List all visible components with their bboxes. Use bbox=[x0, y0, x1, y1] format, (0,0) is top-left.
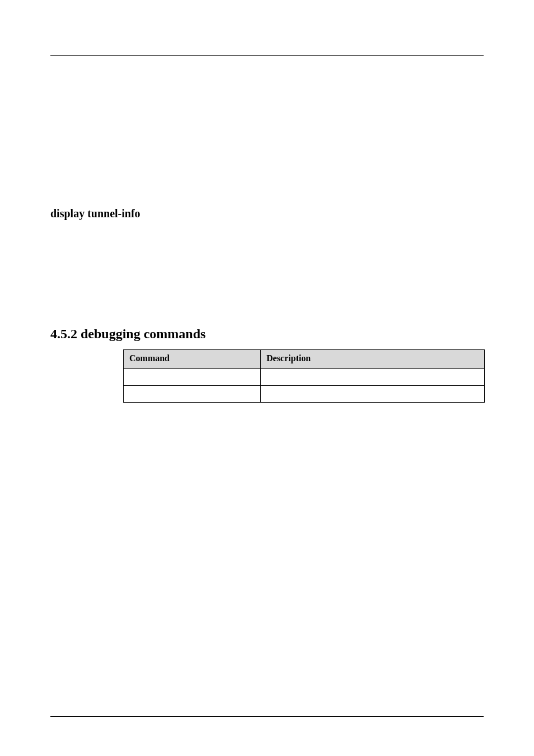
table-row bbox=[124, 369, 485, 386]
table-row bbox=[124, 386, 485, 403]
table-header-command: Command bbox=[124, 350, 261, 369]
debugging-commands-table-wrap: Command Description bbox=[123, 349, 484, 403]
debugging-commands-table: Command Description bbox=[123, 349, 485, 403]
table-cell-command bbox=[124, 386, 261, 403]
table-cell-command bbox=[124, 369, 261, 386]
section-heading: 4.5.2 debugging commands bbox=[50, 326, 484, 342]
page-header-rule bbox=[50, 0, 484, 56]
table-header-description: Description bbox=[261, 350, 485, 369]
command-heading-display-tunnel-info: display tunnel-info bbox=[50, 207, 484, 220]
page-footer-rule bbox=[50, 716, 484, 717]
table-header-row: Command Description bbox=[124, 350, 485, 369]
table-cell-description bbox=[261, 386, 485, 403]
table-cell-description bbox=[261, 369, 485, 386]
